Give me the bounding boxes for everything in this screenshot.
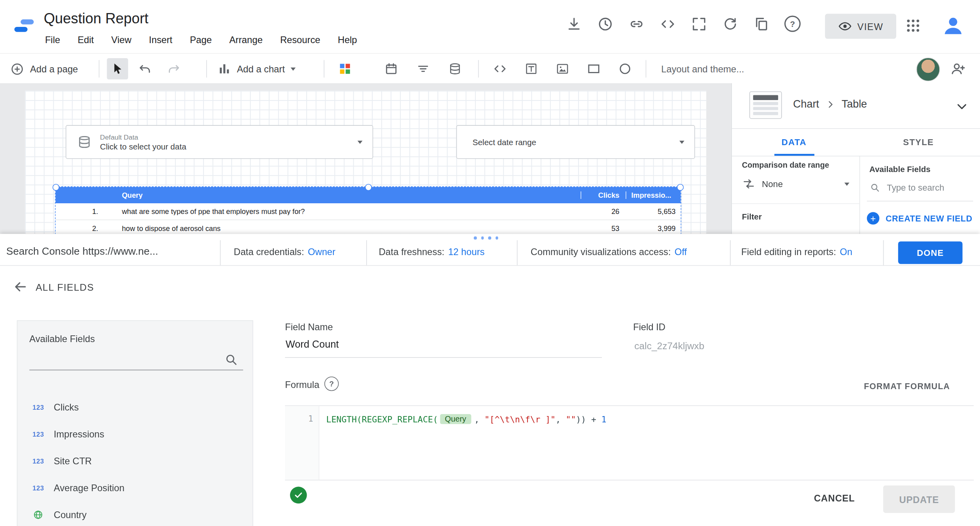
embed-code-icon[interactable] — [660, 16, 677, 33]
community-visualizations-icon[interactable] — [337, 61, 352, 76]
all-fields-label[interactable]: ALL FIELDS — [36, 282, 94, 293]
tab-data[interactable]: DATA — [732, 128, 856, 156]
status-divider — [220, 240, 221, 265]
token-plus-operator: + — [586, 414, 601, 424]
chevron-down-icon — [844, 182, 850, 185]
breadcrumb-table[interactable]: Table — [842, 98, 867, 111]
redo-icon[interactable] — [166, 61, 181, 76]
fullscreen-icon[interactable] — [691, 16, 708, 33]
table-chart[interactable]: Query Clicks Impressio... 1. what are so… — [55, 186, 681, 234]
menu-edit[interactable]: Edit — [77, 34, 94, 45]
report-canvas[interactable]: Default Data Click to select your data S… — [0, 83, 731, 234]
selection-handle[interactable] — [365, 184, 372, 191]
back-arrow-icon[interactable] — [13, 279, 28, 295]
account-avatar[interactable] — [941, 14, 965, 38]
report-title[interactable]: Question Report — [44, 10, 149, 27]
date-range-control[interactable]: Select date range — [456, 125, 695, 159]
rectangle-tool-icon[interactable] — [586, 61, 601, 76]
formula-help-icon[interactable]: ? — [324, 377, 339, 391]
user-avatar[interactable] — [916, 58, 940, 81]
selection-handle[interactable] — [53, 184, 59, 191]
image-tool-icon[interactable] — [555, 61, 570, 76]
menu-page[interactable]: Page — [190, 34, 211, 45]
share-add-person-icon[interactable] — [950, 61, 966, 77]
cancel-button[interactable]: CANCEL — [807, 493, 861, 503]
selection-handle[interactable] — [677, 184, 684, 191]
menu-view[interactable]: View — [111, 34, 132, 45]
apps-grid-icon[interactable] — [905, 17, 921, 34]
download-icon[interactable] — [565, 16, 582, 33]
undo-icon[interactable] — [138, 61, 153, 76]
comparison-value: None — [762, 179, 838, 189]
field-item-clicks[interactable]: 123 Clicks — [17, 394, 254, 420]
field-search[interactable]: Type to search — [869, 182, 944, 193]
status-divider — [730, 240, 731, 265]
create-new-field-button[interactable]: + CREATE NEW FIELD — [867, 212, 972, 225]
toolbar-divider — [478, 60, 479, 78]
field-name-input[interactable]: Word Count — [286, 339, 339, 350]
field-name: Impressions — [54, 428, 104, 439]
formula-code-line[interactable]: LENGTH(REGEXP_REPLACE(Query, "[^\t\n\f\r… — [326, 414, 607, 425]
drag-handle[interactable] — [474, 237, 498, 239]
field-search-placeholder: Type to search — [887, 183, 944, 193]
refresh-icon[interactable] — [722, 16, 739, 33]
add-page-button[interactable]: Add a page — [10, 54, 78, 84]
panel-tabs: DATA STYLE — [732, 128, 980, 156]
data-source-name[interactable]: Search Console https://www.ne... — [6, 245, 158, 257]
toolbar-divider — [646, 60, 646, 78]
table-header-query[interactable]: Query — [117, 191, 581, 199]
status-divider — [883, 240, 884, 265]
field-item-country[interactable]: Country — [17, 501, 254, 526]
row-query: what are some types of ppe that employer… — [117, 208, 581, 215]
row-impressions: 3,999 — [626, 225, 680, 232]
data-credentials-value[interactable]: Owner — [308, 246, 335, 257]
menu-arrange[interactable]: Arrange — [229, 34, 262, 45]
view-button[interactable]: VIEW — [825, 14, 896, 39]
field-name: Site CTR — [54, 455, 92, 466]
add-chart-button[interactable]: Add a chart — [217, 54, 295, 84]
update-button[interactable]: UPDATE — [883, 485, 955, 513]
panel-right-column: Available Fields Type to search + CREATE… — [859, 156, 980, 234]
data-control-icon[interactable] — [447, 61, 462, 76]
select-tool-button[interactable] — [107, 58, 128, 79]
view-button-label: VIEW — [858, 21, 884, 32]
tab-style[interactable]: STYLE — [856, 128, 980, 156]
add-chart-label: Add a chart — [237, 64, 285, 74]
search-icon — [869, 182, 880, 193]
date-range-label: Select date range — [473, 137, 536, 147]
formula-editor[interactable]: 1 LENGTH(REGEXP_REPLACE(Query, "[^\t\n\f… — [285, 405, 974, 481]
field-item-average-position[interactable]: 123 Average Position — [17, 474, 254, 501]
table-header-clicks[interactable]: Clicks — [580, 191, 626, 199]
search-icon[interactable] — [224, 352, 239, 367]
menu-insert[interactable]: Insert — [149, 34, 172, 45]
menu-resource[interactable]: Resource — [280, 34, 320, 45]
table-header-impressions[interactable]: Impressio... — [626, 191, 680, 199]
field-item-impressions[interactable]: 123 Impressions — [17, 420, 254, 447]
breadcrumb-chart[interactable]: Chart — [793, 98, 819, 111]
comparison-date-select[interactable]: None — [742, 177, 849, 191]
query-field-chip[interactable]: Query — [440, 414, 471, 424]
embed-tool-icon[interactable] — [492, 61, 507, 76]
filter-control-icon[interactable] — [416, 61, 431, 76]
field-editing-value[interactable]: On — [840, 246, 852, 257]
format-formula-button[interactable]: FORMAT FORMULA — [864, 382, 950, 391]
data-source-control[interactable]: Default Data Click to select your data — [66, 125, 373, 159]
available-fields-panel: Available Fields 123 Clicks 123 Impressi… — [17, 320, 253, 526]
copy-icon[interactable] — [753, 16, 770, 33]
help-icon[interactable]: ? — [784, 16, 801, 32]
menu-help[interactable]: Help — [338, 34, 357, 45]
data-studio-logo-icon[interactable] — [14, 16, 35, 38]
chevron-down-icon[interactable] — [954, 99, 969, 114]
history-icon[interactable] — [597, 16, 614, 33]
layout-theme-button[interactable]: Layout and theme... — [661, 54, 744, 84]
link-icon[interactable] — [628, 16, 645, 33]
table-chart-thumbnail[interactable] — [749, 91, 782, 119]
menu-file[interactable]: File — [45, 34, 60, 45]
done-button[interactable]: DONE — [898, 242, 963, 264]
circle-tool-icon[interactable] — [618, 61, 633, 76]
field-item-site-ctr[interactable]: 123 Site CTR — [17, 447, 254, 474]
text-tool-icon[interactable] — [524, 61, 539, 76]
community-access-value[interactable]: Off — [675, 246, 687, 257]
data-freshness-value[interactable]: 12 hours — [448, 246, 484, 257]
date-range-control-icon[interactable] — [384, 61, 399, 76]
